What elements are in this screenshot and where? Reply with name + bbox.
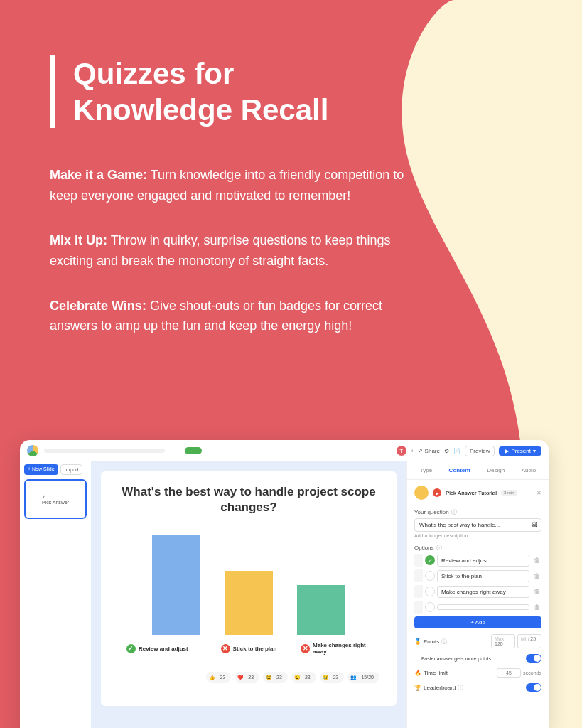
tab-audio[interactable]: Audio (522, 467, 536, 473)
delete-icon[interactable]: 🗑 (532, 571, 541, 581)
reaction-laugh[interactable]: 😂 23 (263, 672, 288, 682)
option-row-2: ⋮ Stick to the plan 🗑 (414, 569, 541, 582)
tutorial-row[interactable]: ▶ Pick Answer Tutorial 3 min ✕ (407, 480, 549, 505)
slide-card[interactable]: What's the best way to handle project sc… (101, 471, 397, 706)
correct-check-icon[interactable]: ✓ (425, 555, 435, 565)
delete-icon[interactable]: 🗑 (532, 555, 541, 565)
play-icon: ▶ (433, 488, 441, 497)
import-button[interactable]: Import (60, 464, 83, 475)
add-user-button[interactable]: + (411, 448, 414, 454)
correct-toggle[interactable] (425, 571, 435, 581)
close-icon[interactable]: ✕ (537, 490, 541, 496)
gear-icon[interactable]: ⚙ (444, 448, 449, 454)
points-max-input[interactable]: Max 120 (491, 634, 515, 648)
user-avatar[interactable]: T (397, 446, 406, 456)
reaction-sad[interactable]: 😢 23 (320, 672, 345, 682)
reaction-wow[interactable]: 😮 23 (291, 672, 316, 682)
tab-design[interactable]: Design (487, 467, 505, 473)
leaderboard-toggle[interactable] (526, 683, 541, 692)
bar-make-changes (297, 585, 345, 635)
slide-sidebar: + New Slide Import ✓Pick Answer (20, 461, 91, 728)
drag-handle-icon[interactable]: ⋮ (414, 569, 423, 582)
slide-thumbnail[interactable]: ✓Pick Answer (24, 479, 87, 519)
app-topbar: T + ↗ Share ⚙ 📄 Preview ▶ Present ▾ (20, 440, 549, 461)
tutorial-duration: 3 min (501, 490, 517, 496)
drag-handle-icon[interactable]: ⋮ (414, 585, 423, 598)
time-limit-row: 🔥Time limit 45 seconds (407, 665, 549, 680)
option-label-2: ✕Stick to the plan (210, 642, 289, 655)
tutorial-avatar (414, 486, 429, 500)
reactions-bar: 👍 23 ❤️ 23 😂 23 😮 23 😢 23 👥 15/20 (118, 672, 379, 682)
panel-tabs: Type Content Design Audio (407, 461, 549, 480)
trophy-icon: 🏆 (414, 685, 421, 691)
tutorial-title: Pick Answer Tutorial (446, 490, 497, 496)
delete-icon[interactable]: 🗑 (532, 602, 541, 612)
settings-panel: Type Content Design Audio ▶ Pick Answer … (406, 461, 549, 728)
add-description-link[interactable]: Add a longer description (414, 533, 541, 538)
heading-block: Quizzes for Knowledge Recall (50, 55, 532, 128)
present-button[interactable]: ▶ Present ▾ (499, 446, 541, 456)
preview-button[interactable]: Preview (465, 446, 495, 456)
leaderboard-row: 🏆Leaderboard ⓘ (407, 680, 549, 695)
page-title: Quizzes for Knowledge Recall (73, 55, 532, 128)
app-screenshot: T + ↗ Share ⚙ 📄 Preview ▶ Present ▾ + Ne… (20, 440, 549, 728)
option-input-4[interactable] (437, 604, 529, 610)
correct-toggle[interactable] (425, 602, 435, 612)
points-min-input[interactable]: Min 25 (517, 634, 541, 648)
tip-make-game: Make it a Game: Turn knowledge into a fr… (50, 165, 412, 206)
option-input-2[interactable]: Stick to the plan (437, 570, 529, 582)
time-input[interactable]: 45 (497, 668, 521, 678)
correct-toggle[interactable] (425, 587, 435, 596)
option-input-1[interactable]: Review and adjust (437, 555, 529, 567)
cross-icon: ✕ (221, 644, 230, 653)
app-logo-icon[interactable] (27, 445, 38, 456)
tip-mix-up: Mix It Up: Throw in quirky, surprise que… (50, 230, 412, 272)
drag-handle-icon[interactable]: ⋮ (414, 601, 423, 614)
option-label-3: ✕Make changes right away (301, 642, 379, 655)
new-slide-button[interactable]: + New Slide (24, 464, 58, 475)
tab-content[interactable]: Content (449, 467, 470, 473)
delete-icon[interactable]: 🗑 (532, 587, 541, 596)
option-row-1: ⋮ ✓ Review and adjust 🗑 (414, 554, 541, 567)
your-question-label: Your question ⓘ (414, 508, 541, 516)
cross-icon: ✕ (301, 644, 310, 653)
faster-answer-row: Faster answer gets more points (407, 651, 549, 665)
options-label: Options ⓘ (414, 544, 541, 552)
add-option-button[interactable]: + Add (414, 616, 541, 628)
slide-canvas: What's the best way to handle project sc… (91, 461, 406, 728)
image-icon[interactable]: 🖼 (531, 522, 537, 528)
participant-count: 👥 15/20 (347, 672, 379, 682)
points-row: 🏅Points ⓘ Max 120 Min 25 (407, 631, 549, 651)
slide-question-title: What's the best way to handle project sc… (118, 484, 379, 515)
tab-type[interactable]: Type (420, 467, 432, 473)
option-input-3[interactable]: Make changes right away (437, 586, 529, 598)
faster-toggle[interactable] (526, 654, 541, 663)
reaction-heart[interactable]: ❤️ 23 (235, 672, 259, 682)
flame-icon: 🔥 (414, 670, 421, 676)
reaction-like[interactable]: 👍 23 (206, 672, 231, 682)
option-label-1: ✓Review and adjust (118, 642, 197, 655)
drag-handle-icon[interactable]: ⋮ (414, 554, 423, 567)
tip-celebrate: Celebrate Wins: Give shout-outs or fun b… (50, 296, 412, 337)
question-input[interactable]: What's the best way to handle...🖼 (414, 518, 541, 532)
bar-review-adjust (152, 535, 200, 635)
status-badge (185, 447, 202, 454)
option-row-3: ⋮ Make changes right away 🗑 (414, 585, 541, 598)
doc-icon[interactable]: 📄 (453, 448, 460, 454)
check-icon: ✓ (126, 644, 136, 653)
progress-line (44, 449, 165, 453)
award-icon: 🏅 (414, 638, 421, 645)
option-row-4: ⋮ 🗑 (414, 601, 541, 614)
bar-chart (118, 528, 379, 635)
content-wrapper: Quizzes for Knowledge Recall Make it a G… (0, 0, 582, 336)
share-button[interactable]: ↗ Share (418, 448, 440, 454)
bar-stick-plan (225, 571, 273, 635)
